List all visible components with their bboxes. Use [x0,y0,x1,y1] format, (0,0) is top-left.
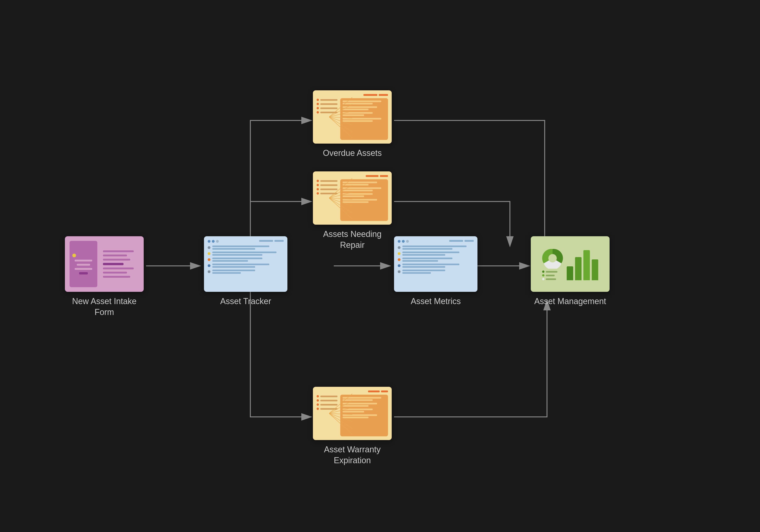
overdue-assets-card [313,90,392,144]
repair-assets-card [313,171,392,225]
svg-line-18 [329,198,352,219]
intake-form-card [65,236,144,292]
asset-tracker-card [204,236,287,292]
repair-fan [329,176,352,220]
repair-assets-node: Assets Needing Repair [313,171,392,250]
mgmt-legend [542,271,557,280]
warranty-label: Asset Warranty Expiration [324,444,381,466]
asset-metrics-label: Asset Metrics [411,296,461,307]
asset-management-label: Asset Management [534,296,606,307]
svg-line-11 [329,117,352,138]
svg-line-10 [329,117,352,132]
asset-management-node: Asset Management [531,236,610,307]
svg-line-20 [329,401,352,414]
repair-assets-label: Assets Needing Repair [323,229,382,250]
svg-line-13 [329,185,352,198]
mgmt-bar-chart [567,248,598,280]
intake-dot [72,254,76,257]
warranty-node: Asset Warranty Expiration [313,387,392,466]
intake-form-node: New Asset Intake Form [65,236,144,318]
intake-left-panel [70,241,97,287]
warranty-fan [329,391,352,435]
svg-line-17 [329,198,352,213]
asset-management-card [531,236,610,292]
svg-point-27 [548,254,557,262]
intake-right-panel [101,241,139,287]
overdue-fan [329,95,352,139]
svg-line-25 [329,414,352,434]
overdue-assets-node: Overdue Assets [313,90,392,159]
overdue-assets-label: Overdue Assets [323,148,382,159]
diagram-container: New Asset Intake Form [0,0,760,532]
svg-line-24 [329,414,352,428]
asset-tracker-label: Asset Tracker [220,296,271,307]
mgmt-pie-chart [542,248,563,269]
mgmt-left-panel [542,248,563,280]
intake-form-label: New Asset Intake Form [72,296,136,318]
asset-metrics-node: Asset Metrics [394,236,477,307]
warranty-card [313,387,392,440]
asset-metrics-card [394,236,477,292]
asset-tracker-node: Asset Tracker [204,236,287,307]
svg-line-6 [329,104,352,117]
